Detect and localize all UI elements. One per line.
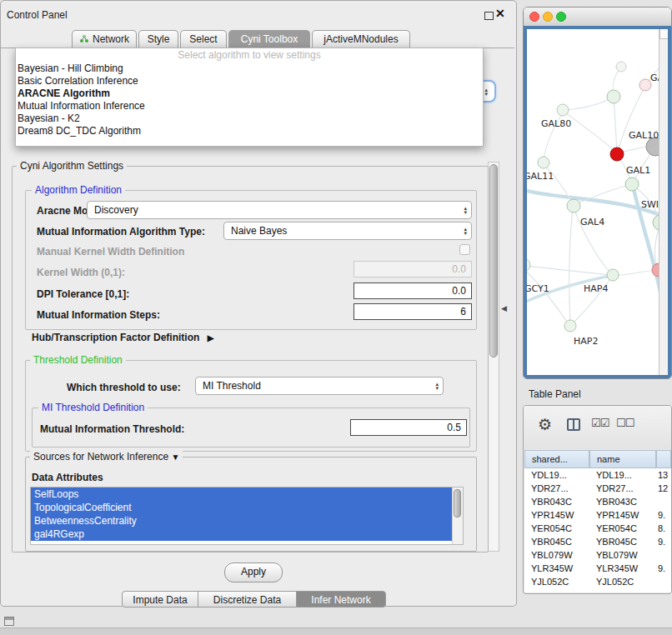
- tab-jactivemnodules[interactable]: jActiveMNodules: [312, 30, 410, 48]
- zoom-traffic-light-icon[interactable]: [556, 12, 566, 22]
- algorithm-option[interactable]: Mutual Information Inference: [16, 100, 483, 112]
- network-edge[interactable]: [614, 97, 617, 152]
- network-scrollbar-track[interactable]: [659, 29, 668, 375]
- table-cell[interactable]: YLR345W: [589, 562, 656, 575]
- table-cell[interactable]: YPR145W: [524, 508, 589, 522]
- columns-icon[interactable]: [567, 418, 580, 431]
- gear-icon[interactable]: ⚙: [538, 415, 552, 434]
- table-cell[interactable]: YJL052C: [589, 575, 656, 588]
- settings-scrollbar-thumb[interactable]: [489, 164, 498, 358]
- data-attribute-item[interactable]: BetweennessCentrality: [31, 514, 453, 528]
- column-header-shared-name[interactable]: shared...: [524, 450, 589, 468]
- network-edge[interactable]: [563, 110, 615, 152]
- network-node[interactable]: [610, 148, 624, 161]
- which-threshold-select[interactable]: MI Threshold ▴▾: [195, 377, 444, 395]
- unchecked-boxes-icon[interactable]: ☐☐: [616, 417, 634, 429]
- network-window-titlebar[interactable]: [524, 8, 671, 27]
- tab-network[interactable]: Network: [72, 30, 137, 48]
- table-cell[interactable]: YBR045C: [589, 535, 656, 548]
- table-cell[interactable]: YDL19...: [524, 468, 589, 482]
- table-cell[interactable]: YPR145W: [589, 508, 656, 522]
- network-node[interactable]: [567, 199, 580, 212]
- table-cell[interactable]: YBR045C: [524, 535, 589, 548]
- network-node[interactable]: [625, 178, 639, 191]
- apply-button[interactable]: Apply: [224, 562, 283, 582]
- table-row[interactable]: YDR27...YDR27...12: [524, 482, 671, 495]
- network-edge[interactable]: [614, 270, 656, 276]
- network-edge[interactable]: [569, 208, 573, 324]
- algorithm-option[interactable]: Bayesian - K2: [16, 112, 483, 125]
- tab-discretize-data[interactable]: Discretize Data: [198, 591, 297, 608]
- network-canvas[interactable]: GAL7GAL80GAL10GAL11GAL1SWI4GAL4GCY1HAP4Y…: [524, 26, 671, 378]
- table-row[interactable]: YJL052CYJL052C: [524, 575, 671, 588]
- aracne-mode-select[interactable]: Discovery ▴▾: [87, 201, 472, 219]
- table-cell[interactable]: YER054C: [524, 522, 589, 535]
- network-edge[interactable]: [624, 147, 648, 152]
- table-row[interactable]: YER054CYER054C8.: [524, 522, 671, 535]
- table-cell[interactable]: [656, 548, 671, 562]
- float-window-icon[interactable]: [484, 12, 494, 20]
- dock-panel-icon[interactable]: [4, 617, 14, 626]
- network-node[interactable]: [557, 104, 569, 116]
- table-cell[interactable]: YBL079W: [524, 548, 589, 562]
- dpi-tolerance-field[interactable]: 0.0: [354, 282, 472, 299]
- network-edge[interactable]: [564, 97, 614, 110]
- tab-select[interactable]: Select: [180, 30, 227, 48]
- close-traffic-light-icon[interactable]: [529, 12, 539, 22]
- attributes-scrollbar-thumb[interactable]: [454, 489, 461, 518]
- table-cell[interactable]: YDR27...: [524, 482, 589, 495]
- tab-cyni-toolbox[interactable]: Cyni Toolbox: [228, 30, 310, 48]
- network-edge[interactable]: [618, 85, 645, 152]
- network-node[interactable]: [527, 258, 530, 272]
- sources-group-title[interactable]: Sources for Network Inference ▼: [30, 451, 183, 462]
- attributes-scrollbar-track[interactable]: [452, 488, 463, 544]
- network-node[interactable]: [538, 157, 549, 168]
- table-cell[interactable]: 12: [656, 482, 671, 495]
- network-node[interactable]: [607, 269, 619, 281]
- table-row[interactable]: YDL19...YDL19...13: [524, 468, 671, 482]
- table-cell[interactable]: 13: [656, 468, 671, 482]
- network-node[interactable]: [607, 90, 620, 103]
- network-node[interactable]: [639, 79, 651, 91]
- table-cell[interactable]: YBR043C: [524, 495, 589, 508]
- column-header-partial[interactable]: [656, 450, 671, 468]
- table-cell[interactable]: YJL052C: [524, 575, 589, 588]
- table-cell[interactable]: 9.: [656, 562, 671, 575]
- table-cell[interactable]: 9.: [656, 508, 671, 522]
- hub-definition-expander[interactable]: Hub/Transcription Factor Definition ▶: [32, 332, 213, 343]
- network-node[interactable]: [564, 320, 576, 332]
- kernel-width-field[interactable]: 0.0: [354, 261, 472, 278]
- algorithm-option[interactable]: ARACNE Algorithm: [16, 88, 483, 100]
- table-cell[interactable]: YDL19...: [589, 468, 656, 482]
- minimize-traffic-light-icon[interactable]: [543, 12, 553, 22]
- table-cell[interactable]: YDR27...: [589, 482, 656, 495]
- splitter-collapse-icon[interactable]: ◀: [501, 304, 507, 312]
- algorithm-option[interactable]: Bayesian - Hill Climbing: [16, 62, 483, 75]
- mi-type-select[interactable]: Naive Bayes ▴▾: [223, 222, 472, 240]
- table-cell[interactable]: 9.: [656, 535, 671, 548]
- manual-kernel-checkbox[interactable]: [459, 244, 470, 255]
- algorithm-option[interactable]: Basic Correlation Inference: [16, 75, 483, 88]
- algorithm-option[interactable]: Dream8 DC_TDC Algorithm: [16, 125, 483, 138]
- table-row[interactable]: YBR045CYBR045C9.: [524, 535, 671, 548]
- table-cell[interactable]: [656, 495, 671, 508]
- tab-infer-network[interactable]: Infer Network: [296, 591, 386, 608]
- network-node[interactable]: [616, 62, 626, 72]
- table-cell[interactable]: YLR345W: [524, 562, 589, 575]
- data-attribute-item[interactable]: SelfLoops: [31, 488, 453, 501]
- data-attribute-item[interactable]: gal4RGexp: [31, 528, 453, 541]
- table-cell[interactable]: [656, 575, 671, 588]
- table-cell[interactable]: YBL079W: [589, 548, 656, 562]
- mi-steps-field[interactable]: 6: [354, 303, 472, 320]
- close-icon[interactable]: ✕: [495, 7, 505, 20]
- data-attribute-item[interactable]: TopologicalCoefficient: [31, 501, 453, 514]
- tab-impute-data[interactable]: Impute Data: [122, 591, 198, 608]
- network-scrollbar-button[interactable]: [659, 29, 668, 39]
- table-row[interactable]: YBL079WYBL079W: [524, 548, 671, 562]
- table-cell[interactable]: YER054C: [589, 522, 656, 535]
- network-edge[interactable]: [527, 269, 569, 324]
- network-svg[interactable]: GAL7GAL80GAL10GAL11GAL1SWI4GAL4GCY1HAP4Y…: [527, 29, 664, 378]
- network-edge[interactable]: [527, 266, 610, 275]
- table-row[interactable]: YBR043CYBR043C: [524, 495, 671, 508]
- column-header-name[interactable]: name: [589, 450, 656, 468]
